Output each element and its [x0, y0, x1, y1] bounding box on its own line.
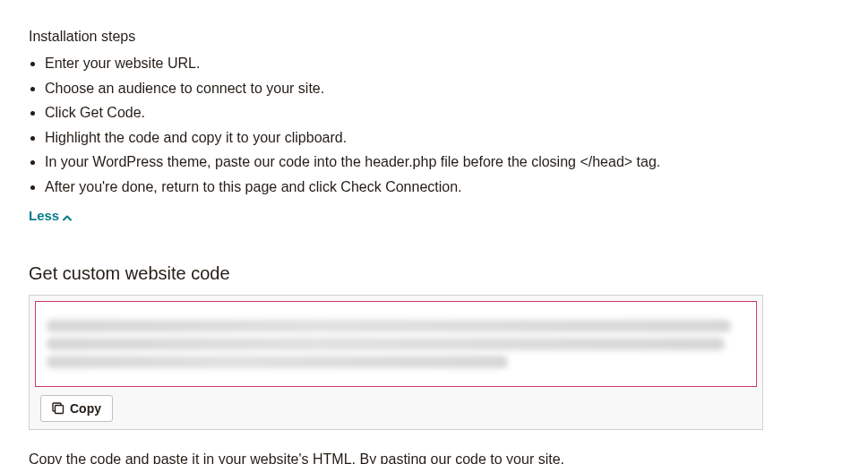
footer-line1: Copy the code and paste it in your websi… — [29, 451, 564, 464]
less-toggle-label: Less — [29, 208, 59, 223]
installation-step-item: Highlight the code and copy it to your c… — [45, 126, 763, 150]
custom-code-heading: Get custom website code — [29, 263, 763, 284]
copy-button[interactable]: Copy — [40, 395, 113, 422]
installation-steps-list: Enter your website URL. Choose an audien… — [29, 52, 763, 199]
code-blurred-line — [47, 338, 725, 350]
less-toggle[interactable]: Less — [29, 208, 72, 223]
installation-step-item: Enter your website URL. — [45, 52, 763, 75]
copy-button-label: Copy — [70, 401, 101, 416]
copy-icon — [52, 402, 64, 415]
installation-step-item: After you're done, return to this page a… — [45, 176, 763, 199]
installation-step-item: Click Get Code. — [45, 101, 763, 125]
chevron-up-icon — [63, 209, 72, 224]
code-blurred-line — [47, 320, 731, 332]
installation-steps-title: Installation steps — [29, 29, 763, 45]
code-snippet-area[interactable] — [35, 301, 757, 387]
svg-rect-0 — [56, 405, 64, 413]
footer-text: Copy the code and paste it in your websi… — [29, 448, 763, 464]
code-blurred-line — [47, 356, 508, 368]
installation-step-item: Choose an audience to connect to your si… — [45, 77, 763, 100]
code-box: Copy — [29, 295, 763, 430]
installation-step-item: In your WordPress theme, paste our code … — [45, 150, 763, 174]
